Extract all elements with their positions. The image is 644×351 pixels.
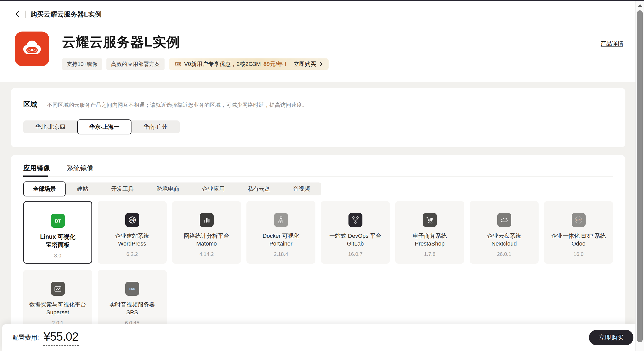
image-card-name-line: SRS <box>110 309 155 316</box>
cost-label: 配置费用: <box>12 333 39 342</box>
scene-filter-strip: 全部场景建站开发工具跨境电商企业应用私有云盘音视频 <box>23 182 321 195</box>
image-card-name-line: Nextcloud <box>487 240 521 248</box>
window-top-strip <box>0 0 644 1</box>
image-card-name-line: 企业云盘系统 <box>487 232 521 240</box>
image-card-name: 数据探索与可视化平台Superset <box>29 301 86 316</box>
active-tab-indicator <box>23 176 48 177</box>
filter-pill-7[interactable]: 音视频 <box>282 182 321 195</box>
scrollbar[interactable] <box>635 1 644 351</box>
page-header: 购买云耀云服务器L实例 云耀云服务器L实例 支持10+镜像高效的应用部署方案 ¥ <box>0 1 644 82</box>
superset-icon <box>51 282 65 296</box>
image-card-version: 16.0 <box>573 251 584 257</box>
coupon-icon: ¥ <box>174 60 182 68</box>
odoo-icon: ERP <box>572 213 586 227</box>
prestashop-icon <box>423 213 437 227</box>
breadcrumb: 购买云耀云服务器L实例 <box>13 10 102 19</box>
image-card-6[interactable]: 电子商务系统PrestaShop1.7.8 <box>395 201 464 264</box>
baota-icon: BT <box>51 214 65 228</box>
image-card-version: 4.14.2 <box>199 251 214 257</box>
image-card-name: 电子商务系统PrestaShop <box>413 232 447 247</box>
image-card-name-line: 宝塔面板 <box>40 241 75 249</box>
filter-pill-3[interactable]: 开发工具 <box>100 182 145 195</box>
image-card-name: 企业一体化 ERP 系统Odoo <box>551 232 606 247</box>
tab-app-images[interactable]: 应用镜像 <box>23 164 50 172</box>
image-card-name-line: 一站式 DevOps 平台 <box>329 232 382 240</box>
image-card-version: 2.18.4 <box>274 251 288 257</box>
cost-price: ¥55.02 <box>43 330 79 346</box>
image-card-name-line: GitLab <box>329 240 382 248</box>
product-tag-1: 支持10+镜像 <box>62 58 102 70</box>
image-card-5[interactable]: 一站式 DevOps 平台GitLab16.0.7 <box>321 201 390 264</box>
image-card-name: 网络统计分析平台Matomo <box>184 232 229 247</box>
region-heading: 区域 <box>23 100 37 109</box>
product-tag-2: 高效的应用部署方案 <box>106 58 165 70</box>
region-group: 华北-北京四华东-上海一华南-广州 <box>23 120 180 133</box>
srs-icon: SRS <box>125 282 139 296</box>
image-card-10[interactable]: SRS实时音视频服务器SRS6.0.45 <box>98 270 167 332</box>
image-card-name-line: Portainer <box>263 240 299 248</box>
filter-pill-4[interactable]: 跨境电商 <box>145 182 191 195</box>
image-card-7[interactable]: 企业云盘系统Nextcloud26.0.1 <box>470 201 539 264</box>
image-card-version: 6.2.2 <box>126 251 138 257</box>
image-card-version: 1.7.8 <box>424 251 435 257</box>
image-card-8[interactable]: ERP企业一体化 ERP 系统Odoo16.0 <box>544 201 613 264</box>
image-card-2[interactable]: WWW企业建站系统WordPress6.2.2 <box>98 201 167 264</box>
image-card-name: 实时音视频服务器SRS <box>110 301 155 316</box>
svg-text:BT: BT <box>55 219 61 224</box>
image-tabs: 应用镜像系统镜像 <box>23 164 613 172</box>
svg-text:SRS: SRS <box>129 287 135 291</box>
image-card-version: 8.0 <box>54 253 61 259</box>
region-option-2[interactable]: 华东-上海一 <box>77 119 131 134</box>
region-description: 不同区域的云服务产品之间内网互不相通；请就近选择靠近您业务的区域，可减少网络时延… <box>47 101 307 109</box>
image-card-1[interactable]: BTLinux 可视化宝塔面板8.0 <box>23 201 92 264</box>
page-title: 购买云耀云服务器L实例 <box>30 10 102 19</box>
image-card-name-line: Docker 可视化 <box>263 232 299 240</box>
portainer-icon <box>274 213 288 227</box>
promo-buy-link[interactable]: 立即购买 <box>293 60 316 68</box>
tab-system-images[interactable]: 系统镜像 <box>67 164 94 172</box>
region-header: 区域 不同区域的云服务产品之间内网互不相通；请就近选择靠近您业务的区域，可减少网… <box>23 100 613 109</box>
image-card-name: Linux 可视化宝塔面板 <box>40 233 75 249</box>
image-card-name-line: 企业一体化 ERP 系统 <box>551 232 606 240</box>
image-card-version: 26.0.1 <box>497 251 511 257</box>
image-card-name: 一站式 DevOps 平台GitLab <box>329 232 382 247</box>
gitlab-icon <box>348 213 362 227</box>
buy-now-button[interactable]: 立即购买 <box>589 330 633 345</box>
scroll-up-arrow-icon[interactable] <box>638 4 642 7</box>
region-option-1[interactable]: 华北-北京四 <box>23 120 77 133</box>
nav-divider <box>25 11 26 18</box>
image-card-name-line: WordPress <box>115 240 149 248</box>
filter-pill-5[interactable]: 企业应用 <box>191 182 236 195</box>
image-card-4[interactable]: Docker 可视化Portainer2.18.4 <box>246 201 315 264</box>
image-card-name: 企业建站系统WordPress <box>115 232 149 247</box>
image-card-name-line: Linux 可视化 <box>40 233 75 241</box>
image-cards-grid: BTLinux 可视化宝塔面板8.0WWW企业建站系统WordPress6.2.… <box>23 201 613 332</box>
nextcloud-icon <box>497 213 511 227</box>
region-panel: 区域 不同区域的云服务产品之间内网互不相通；请就近选择靠近您业务的区域，可减少网… <box>11 88 625 147</box>
promo-text: V0新用户专享优惠，2核2G3M <box>184 60 261 68</box>
back-button[interactable] <box>13 10 22 19</box>
tab-divider <box>23 176 613 177</box>
filter-pill-1[interactable]: 全部场景 <box>23 181 66 196</box>
filter-pill-2[interactable]: 建站 <box>66 182 100 195</box>
image-panel: 应用镜像系统镜像 全部场景建站开发工具跨境电商企业应用私有云盘音视频 BTLin… <box>11 155 625 351</box>
image-card-name-line: 数据探索与可视化平台 <box>29 301 86 309</box>
image-card-name-line: Superset <box>29 309 86 316</box>
product-tags: 支持10+镜像高效的应用部署方案 <box>62 58 165 70</box>
image-card-name-line: 企业建站系统 <box>115 232 149 240</box>
product-name: 云耀云服务器L实例 <box>62 33 180 51</box>
region-option-3[interactable]: 华南-广州 <box>131 120 180 133</box>
image-card-name-line: 网络统计分析平台 <box>184 232 229 240</box>
promo-banner[interactable]: ¥ V0新用户专享优惠，2核2G3M 89元/年！ 立即购买 <box>169 58 329 70</box>
matomo-icon <box>200 213 214 227</box>
product-details-link[interactable]: 产品详情 <box>601 40 623 48</box>
image-card-9[interactable]: 数据探索与可视化平台Superset2.0.1 <box>23 270 92 332</box>
svg-text:WWW: WWW <box>130 219 135 221</box>
filter-pill-6[interactable]: 私有云盘 <box>236 182 282 195</box>
image-card-name: Docker 可视化Portainer <box>263 232 299 247</box>
svg-text:¥: ¥ <box>177 63 179 66</box>
product-meta-row: 支持10+镜像高效的应用部署方案 ¥ V0新用户专享优惠，2核2G3M 89元/… <box>62 58 329 70</box>
image-card-3[interactable]: 网络统计分析平台Matomo4.14.2 <box>172 201 241 264</box>
scrollbar-thumb[interactable] <box>637 10 643 342</box>
chevron-right-icon <box>319 61 323 67</box>
